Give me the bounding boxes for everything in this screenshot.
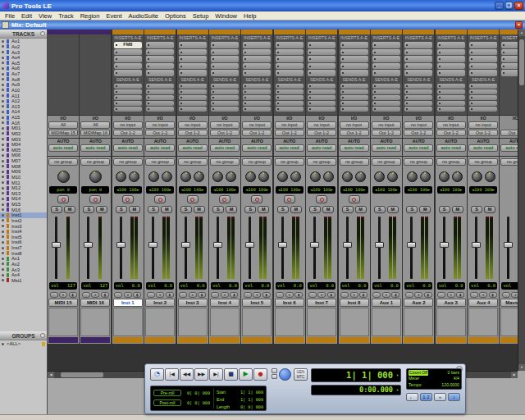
output-selector[interactable]: Out 1-2: [500, 130, 518, 137]
fader-cap[interactable]: [181, 242, 190, 248]
insert-slot-d[interactable]: [114, 63, 142, 70]
track-list-item[interactable]: Au6: [0, 66, 47, 71]
track-list-item[interactable]: Inst5: [0, 235, 47, 240]
track-list-item[interactable]: Ax1: [0, 256, 47, 262]
output-window-button[interactable]: ◦: [147, 292, 155, 298]
fast-forward-button[interactable]: ▶▶: [194, 368, 208, 381]
insert-slot-d[interactable]: [501, 63, 518, 70]
count-off-toggle-button[interactable]: 1 2: [420, 393, 432, 401]
track-show-dot[interactable]: [2, 176, 4, 178]
automation-mode-button[interactable]: auto read: [80, 144, 110, 152]
track-list-item[interactable]: A11: [0, 93, 47, 98]
send-slot-a[interactable]: [308, 84, 336, 89]
pan-knob-left[interactable]: [180, 171, 191, 182]
track-list-item[interactable]: Au5: [0, 61, 47, 66]
insert-slot-d[interactable]: [211, 63, 239, 70]
track-list-item[interactable]: M01: [0, 126, 47, 131]
track-show-dot[interactable]: [2, 78, 4, 80]
comments-box[interactable]: [145, 308, 175, 336]
input-selector[interactable]: no input: [307, 121, 336, 129]
automation-mode-button[interactable]: auto read: [372, 144, 401, 152]
post-roll-button[interactable]: Post-roll: [153, 399, 181, 406]
volume-fader[interactable]: [378, 217, 381, 279]
send-slot-b[interactable]: [308, 89, 336, 94]
insert-slot-a[interactable]: [179, 42, 207, 48]
meter-mode-button[interactable]: ▮: [359, 292, 368, 298]
track-list-item[interactable]: Au8: [0, 76, 47, 82]
pan-knob-left[interactable]: [277, 171, 288, 182]
comments-box[interactable]: [468, 308, 498, 336]
track-name[interactable]: Aux 4: [468, 299, 498, 307]
track-list-item[interactable]: M11: [0, 180, 47, 185]
insert-slot-b[interactable]: [211, 49, 239, 56]
track-show-dot[interactable]: [2, 262, 4, 265]
pan-knob-right[interactable]: [387, 171, 398, 182]
track-show-dot[interactable]: [2, 181, 4, 184]
mute-button[interactable]: M: [355, 206, 367, 213]
track-show-dot[interactable]: [2, 231, 4, 233]
output-selector[interactable]: Out 1-2: [307, 130, 336, 137]
volume-fader[interactable]: [87, 217, 89, 279]
insert-slot-e[interactable]: [469, 70, 497, 76]
track-show-dot[interactable]: [2, 116, 4, 119]
fader-cap[interactable]: [278, 242, 287, 248]
groups-menu-icon[interactable]: [40, 333, 45, 338]
track-list-item[interactable]: A15: [0, 115, 47, 121]
insert-slot-d[interactable]: [469, 63, 497, 70]
comments-box[interactable]: [436, 308, 466, 336]
record-enable-button[interactable]: [251, 195, 262, 203]
volume-fader[interactable]: [410, 217, 413, 279]
pre-roll-toggle[interactable]: [272, 368, 277, 373]
pan-knob-left[interactable]: [57, 171, 70, 183]
send-slot-c[interactable]: [404, 95, 432, 100]
pan-knob-left[interactable]: [439, 171, 450, 182]
input-selector[interactable]: no input: [242, 121, 272, 129]
mix-window-titlebar[interactable]: Mix: Default ×: [0, 21, 525, 30]
send-slot-c[interactable]: [114, 95, 142, 100]
sub-counter[interactable]: 0:00.000 ▾: [311, 385, 401, 395]
track-list-item[interactable]: M15: [0, 202, 47, 208]
fader-cap[interactable]: [245, 242, 254, 248]
track-list-item[interactable]: Inst2: [0, 218, 47, 224]
track-show-dot[interactable]: [2, 219, 4, 221]
automation-safe-button[interactable]: ▾: [253, 292, 261, 298]
pan-knob-left[interactable]: [89, 171, 102, 183]
track-list-item[interactable]: Au3: [0, 49, 47, 55]
insert-slot-b[interactable]: [114, 49, 142, 56]
menu-item[interactable]: Window: [212, 12, 240, 20]
group-selector[interactable]: no group: [48, 158, 78, 166]
solo-button[interactable]: S: [244, 206, 256, 213]
sub-counter-dropdown-icon[interactable]: ▾: [396, 386, 399, 394]
insert-slot-c[interactable]: [469, 56, 497, 62]
send-slot-a[interactable]: [404, 84, 432, 89]
solo-button[interactable]: S: [277, 206, 289, 213]
insert-slot-c[interactable]: [146, 56, 174, 62]
meter-mode-button[interactable]: ▮: [101, 292, 109, 298]
send-slot-e[interactable]: [276, 107, 304, 112]
stop-button[interactable]: ■: [224, 368, 238, 381]
send-slot-c[interactable]: [179, 95, 207, 100]
post-roll-toggle[interactable]: [272, 374, 277, 379]
insert-slot-a[interactable]: [501, 42, 518, 48]
automation-safe-button[interactable]: ▾: [479, 292, 487, 298]
pan-knob-left[interactable]: [245, 171, 256, 182]
insert-slot-a[interactable]: [372, 42, 400, 48]
output-window-button[interactable]: ◦: [502, 292, 510, 298]
automation-safe-button[interactable]: ▾: [221, 292, 229, 298]
track-list-item[interactable]: M12: [0, 185, 47, 191]
track-show-dot[interactable]: [2, 252, 4, 254]
meter-mode-button[interactable]: ▮: [327, 292, 336, 298]
solo-button[interactable]: S: [83, 206, 94, 213]
fader-cap[interactable]: [407, 242, 416, 248]
input-selector[interactable]: no input: [340, 121, 369, 129]
rewind-button[interactable]: ◀◀: [180, 368, 194, 381]
fader-cap[interactable]: [440, 242, 449, 248]
output-window-button[interactable]: ◦: [211, 292, 219, 298]
track-list-item[interactable]: M16: [0, 207, 47, 212]
track-list-item[interactable]: Ax4: [0, 272, 47, 278]
menu-item[interactable]: Track: [55, 12, 76, 20]
track-name[interactable]: Inst 4: [210, 299, 240, 307]
solo-button[interactable]: S: [374, 206, 386, 213]
automation-safe-button[interactable]: ▾: [447, 292, 455, 298]
insert-slot-e[interactable]: [404, 70, 432, 76]
